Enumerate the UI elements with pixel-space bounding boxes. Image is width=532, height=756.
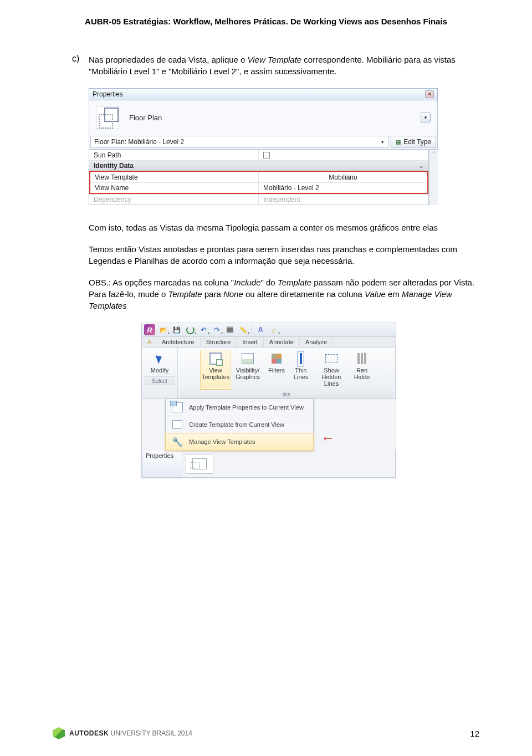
separator (252, 325, 252, 334)
scrollbar[interactable]: ⌃ (429, 150, 438, 205)
show-hidden-icon (325, 354, 337, 363)
brand3: BRASIL 2014 (152, 729, 192, 737)
dd-manage-templates[interactable]: 🔧 Manage View Templates ← (165, 433, 314, 451)
undo-icon[interactable]: ▾ (198, 325, 208, 335)
filters-icon (272, 354, 282, 364)
edit-type-button[interactable]: ▦ Edit Type (391, 136, 436, 148)
label: Identity Data (89, 161, 259, 171)
redo-icon[interactable]: ▾ (212, 325, 222, 335)
p3f: em (386, 289, 402, 299)
text-icon[interactable] (255, 325, 265, 335)
print-icon[interactable] (225, 325, 235, 335)
label: Manage View Templates (189, 438, 255, 445)
value[interactable]: Mobiliário (259, 172, 427, 182)
properties-palette-stub: Properties (142, 451, 396, 478)
page-footer: AUTODESK UNIVERSITY BRASIL 2014 12 (53, 727, 479, 739)
revit-logo-icon[interactable]: R (144, 324, 155, 335)
tab-annotate[interactable]: Annotate (264, 337, 300, 347)
remove-hidden-button[interactable]: Ren Hidde (351, 350, 373, 390)
instance-select[interactable]: Floor Plan: Mobiliário - Level 2 ▼ (90, 136, 388, 148)
autodesk-cube-icon (53, 727, 65, 739)
label: Sun Path (89, 150, 259, 160)
home-icon[interactable]: ▾ (269, 325, 279, 335)
floorplan-icon (192, 458, 207, 469)
close-icon[interactable]: ✕ (425, 90, 434, 98)
measure-icon[interactable]: ▾ (238, 325, 248, 335)
p3b: " do (261, 278, 278, 287)
thin-lines-button[interactable]: Thin Lines (290, 350, 312, 390)
panel-select: Modify Select (142, 348, 178, 399)
edit-type-icon: ▦ (396, 139, 401, 146)
tab-insert[interactable]: Insert (237, 337, 264, 347)
row-view-template: View Template Mobiliário (90, 172, 427, 182)
p3i4: None (223, 289, 243, 299)
tab-structure[interactable]: Structure (201, 337, 237, 347)
list-item-c: c) Nas propriedades de cada Vista, apliq… (72, 54, 479, 83)
panel-label: Select (144, 376, 175, 385)
ribbon-screenshot: R ▾ ▾ ▾ ▾ ▾ ▾ A Architecture Structure I… (141, 323, 396, 478)
label: Visibility/ Graphics (234, 367, 262, 380)
panel-label: iics (180, 390, 393, 399)
type-name: Floor Plan (129, 114, 411, 122)
p3a: OBS.: As opções marcadas na coluna " (89, 278, 234, 287)
sync-icon[interactable]: ▾ (185, 325, 195, 335)
properties-title: Properties (93, 90, 123, 98)
list-marker: c) (72, 54, 89, 83)
row-identity-data: Identity Data ⌄ (89, 160, 428, 171)
row-dependency: Dependency Independent (89, 194, 428, 205)
view-templates-button[interactable]: View Templates (200, 350, 231, 390)
list-text: Nas propriedades de cada Vista, aplique … (89, 54, 479, 77)
save-icon[interactable] (172, 325, 182, 335)
value[interactable] (259, 150, 428, 160)
label: Modify (146, 367, 173, 374)
type-selector-stub[interactable] (186, 454, 213, 474)
label: Apply Template Properties to Current Vie… (189, 404, 304, 411)
type-selector[interactable]: Floor Plan ▼ (89, 100, 438, 135)
properties-panel: Properties ✕ Floor Plan ▼ Floor Plan: Mo… (89, 88, 438, 205)
tab-architecture[interactable]: Architecture (156, 337, 201, 347)
cursor-icon (157, 354, 162, 363)
panel-graphics: View Templates Visibility/ Graphics Filt… (178, 348, 396, 399)
show-hidden-button[interactable]: Show Hidden Lines (313, 350, 350, 390)
label: Dependency (89, 195, 259, 205)
value[interactable]: Mobiliário - Level 2 (259, 183, 427, 193)
tab-home[interactable]: A (142, 337, 156, 347)
apply-template-icon (171, 402, 183, 413)
brand2: UNIVERSITY (109, 729, 152, 737)
filters-button[interactable]: Filters (264, 350, 289, 390)
row-sun-path: Sun Path (89, 150, 428, 160)
collapse-icon[interactable]: ⌄ (259, 161, 428, 171)
brand1: AUTODESK (69, 729, 109, 737)
templates-icon (209, 353, 222, 365)
checkbox-icon[interactable] (263, 152, 270, 159)
paragraph-2: Temos então Vistas anotadas e prontas pa… (89, 243, 479, 267)
label: Show Hidden Lines (315, 367, 348, 387)
p3e: ou altere diretamente na coluna (243, 289, 365, 299)
chevron-down-icon[interactable]: ▼ (421, 113, 431, 122)
visibility-graphics-button[interactable]: Visibility/ Graphics (232, 350, 263, 390)
p3i1: Include (234, 278, 260, 287)
tab-analyze[interactable]: Analyze (300, 337, 333, 347)
create-template-icon (171, 419, 183, 430)
wrench-icon: 🔧 (171, 436, 183, 447)
chevron-down-icon: ▼ (380, 140, 385, 145)
row-view-name: View Name Mobiliário - Level 2 (90, 182, 427, 193)
label: View Templates (202, 367, 229, 380)
label: View Template (90, 172, 259, 182)
label: View Name (90, 183, 259, 193)
dd-apply-template[interactable]: Apply Template Properties to Current Vie… (166, 399, 313, 416)
open-icon[interactable]: ▾ (158, 325, 168, 335)
label: Ren Hidde (352, 367, 371, 380)
t2: View Template (248, 55, 302, 64)
dd-create-template[interactable]: Create Template from Current View (166, 416, 313, 433)
thin-lines-icon (300, 353, 302, 364)
label: Thin Lines (291, 367, 310, 380)
view-templates-dropdown: Apply Template Properties to Current Vie… (165, 399, 314, 451)
instance-row: Floor Plan: Mobiliário - Level 2 ▼ ▦ Edi… (89, 135, 438, 150)
quick-access-toolbar: R ▾ ▾ ▾ ▾ ▾ ▾ (142, 323, 396, 337)
label: Filters (266, 367, 287, 374)
paragraph-1: Com isto, todas as Vistas da mesma Tipol… (89, 222, 479, 233)
ribbon-body: Modify Select View Templates Visibility/… (142, 348, 396, 399)
modify-button[interactable]: Modify (144, 350, 175, 376)
properties-grid: Sun Path Identity Data ⌄ View Template M… (89, 150, 429, 205)
